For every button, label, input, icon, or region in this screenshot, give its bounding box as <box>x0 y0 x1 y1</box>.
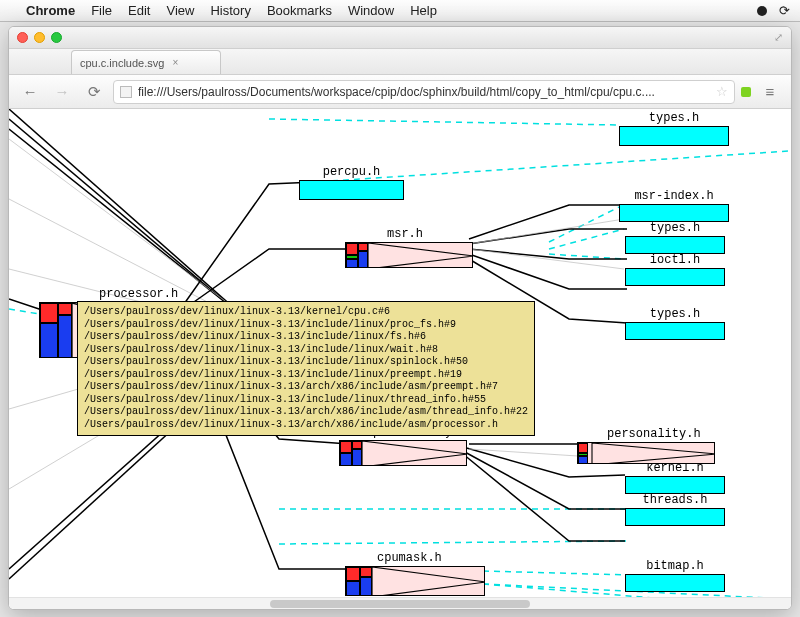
tooltip-line: /Users/paulross/dev/linux/linux-3.13/arc… <box>84 406 528 419</box>
reload-button[interactable]: ⟳ <box>81 80 107 104</box>
node-threads-h[interactable]: threads.h <box>625 493 725 526</box>
tooltip-line: /Users/paulross/dev/linux/linux-3.13/inc… <box>84 319 528 332</box>
app-name[interactable]: Chrome <box>26 3 75 18</box>
menu-view[interactable]: View <box>166 3 194 18</box>
node-label: msr-index.h <box>619 189 729 203</box>
include-trace-tooltip: /Users/paulross/dev/linux/linux-3.13/ker… <box>77 301 535 436</box>
node-label: ioctl.h <box>625 253 725 267</box>
status-dot-icon[interactable] <box>757 6 767 16</box>
window-minimize-button[interactable] <box>34 32 45 43</box>
node-label: percpu.h <box>299 165 404 179</box>
node-types-h-3[interactable]: types.h <box>625 307 725 340</box>
tab-title: cpu.c.include.svg <box>80 57 164 69</box>
menu-file[interactable]: File <box>91 3 112 18</box>
node-label: types.h <box>625 221 725 235</box>
url-input[interactable]: file:///Users/paulross/Documents/workspa… <box>113 80 735 104</box>
node-personality-sub[interactable]: personality.h <box>577 427 715 464</box>
node-types-h-2[interactable]: types.h <box>625 221 725 254</box>
macos-menubar: Chrome File Edit View History Bookmarks … <box>0 0 800 22</box>
window-close-button[interactable] <box>17 32 28 43</box>
node-bitmap-h[interactable]: bitmap.h <box>625 559 725 592</box>
node-label: types.h <box>625 307 725 321</box>
node-label: cpumask.h <box>377 551 485 565</box>
tooltip-line: /Users/paulross/dev/linux/linux-3.13/inc… <box>84 394 528 407</box>
node-label: threads.h <box>625 493 725 507</box>
extension-icon[interactable] <box>741 87 751 97</box>
back-button[interactable]: ← <box>17 80 43 104</box>
node-label: types.h <box>619 111 729 125</box>
fullscreen-icon[interactable]: ⤢ <box>774 31 783 44</box>
tooltip-line: /Users/paulross/dev/linux/linux-3.13/inc… <box>84 331 528 344</box>
node-kernel-h[interactable]: kernel.h <box>625 461 725 494</box>
tooltip-line: /Users/paulross/dev/linux/linux-3.13/inc… <box>84 356 528 369</box>
node-msr-h[interactable]: msr.h <box>345 227 473 268</box>
node-ioctl-h[interactable]: ioctl.h <box>625 253 725 286</box>
address-bar: ← → ⟳ file:///Users/paulross/Documents/w… <box>9 75 791 109</box>
tab-close-button[interactable]: × <box>172 57 178 68</box>
menu-history[interactable]: History <box>210 3 250 18</box>
node-label: personality.h <box>607 427 715 441</box>
node-cpumask-h[interactable]: cpumask.h <box>345 551 485 596</box>
node-label: processor.h <box>99 287 189 301</box>
node-percpu-h[interactable]: percpu.h <box>299 165 404 200</box>
browser-tab[interactable]: cpu.c.include.svg × <box>71 50 221 74</box>
hamburger-menu-icon[interactable]: ≡ <box>757 80 783 104</box>
bookmark-star-icon[interactable]: ☆ <box>716 84 728 99</box>
tooltip-line: /Users/paulross/dev/linux/linux-3.13/ker… <box>84 306 528 319</box>
horizontal-scrollbar[interactable] <box>9 597 791 609</box>
tooltip-line: /Users/paulross/dev/linux/linux-3.13/arc… <box>84 381 528 394</box>
node-types-h-1[interactable]: types.h <box>619 111 729 146</box>
url-text: file:///Users/paulross/Documents/workspa… <box>138 85 655 99</box>
chrome-window: ⤢ cpu.c.include.svg × ← → ⟳ file:///User… <box>8 26 792 610</box>
node-label: msr.h <box>387 227 473 241</box>
tooltip-line: /Users/paulross/dev/linux/linux-3.13/inc… <box>84 344 528 357</box>
node-msr-index-h[interactable]: msr-index.h <box>619 189 729 222</box>
tooltip-line: /Users/paulross/dev/linux/linux-3.13/arc… <box>84 419 528 432</box>
scrollbar-thumb[interactable] <box>270 600 530 608</box>
menu-bookmarks[interactable]: Bookmarks <box>267 3 332 18</box>
tab-strip: cpu.c.include.svg × <box>9 49 791 75</box>
node-label: bitmap.h <box>625 559 725 573</box>
menu-window[interactable]: Window <box>348 3 394 18</box>
page-content[interactable]: types.h percpu.h msr-index.h types.h ioc… <box>9 109 791 609</box>
window-maximize-button[interactable] <box>51 32 62 43</box>
file-icon <box>120 86 132 98</box>
forward-button[interactable]: → <box>49 80 75 104</box>
tooltip-line: /Users/paulross/dev/linux/linux-3.13/inc… <box>84 369 528 382</box>
sync-icon[interactable]: ⟳ <box>779 3 790 18</box>
menu-help[interactable]: Help <box>410 3 437 18</box>
menu-edit[interactable]: Edit <box>128 3 150 18</box>
window-titlebar: ⤢ <box>9 27 791 49</box>
